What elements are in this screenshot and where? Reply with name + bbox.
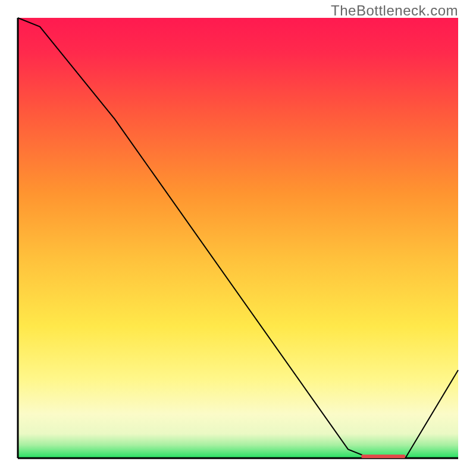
chart-wrapper: TheBottleneck.com	[0, 0, 476, 476]
gradient-background	[18, 18, 458, 458]
bottleneck-chart	[0, 0, 476, 476]
bottleneck-marker	[361, 455, 405, 458]
plot-area	[18, 18, 458, 458]
